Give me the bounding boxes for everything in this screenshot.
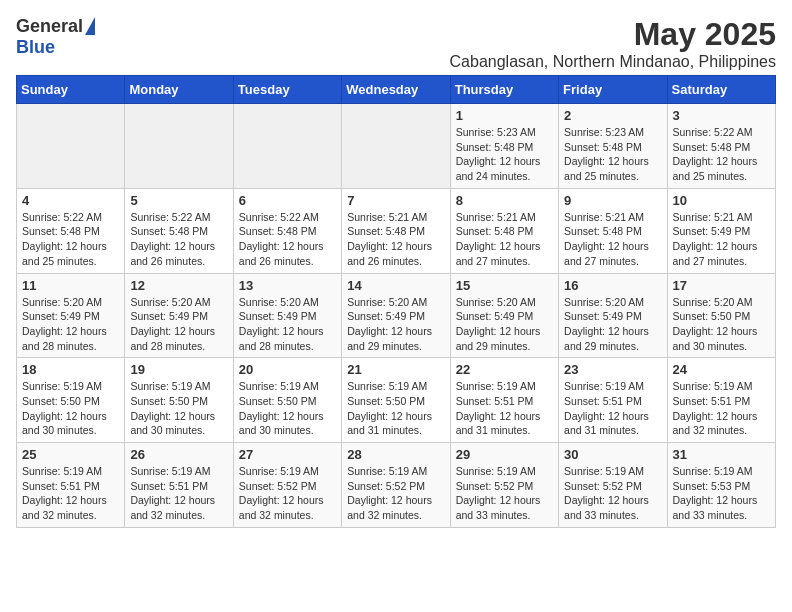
day-number: 15 bbox=[456, 278, 553, 293]
calendar-cell: 6Sunrise: 5:22 AM Sunset: 5:48 PM Daylig… bbox=[233, 188, 341, 273]
calendar-cell: 3Sunrise: 5:22 AM Sunset: 5:48 PM Daylig… bbox=[667, 104, 775, 189]
calendar-week-2: 4Sunrise: 5:22 AM Sunset: 5:48 PM Daylig… bbox=[17, 188, 776, 273]
calendar-week-3: 11Sunrise: 5:20 AM Sunset: 5:49 PM Dayli… bbox=[17, 273, 776, 358]
day-number: 25 bbox=[22, 447, 119, 462]
calendar-cell: 22Sunrise: 5:19 AM Sunset: 5:51 PM Dayli… bbox=[450, 358, 558, 443]
day-info: Sunrise: 5:20 AM Sunset: 5:49 PM Dayligh… bbox=[347, 295, 444, 354]
day-number: 2 bbox=[564, 108, 661, 123]
col-header-friday: Friday bbox=[559, 76, 667, 104]
title-block: May 2025 Cabanglasan, Northern Mindanao,… bbox=[450, 16, 776, 71]
day-info: Sunrise: 5:21 AM Sunset: 5:49 PM Dayligh… bbox=[673, 210, 770, 269]
day-info: Sunrise: 5:19 AM Sunset: 5:52 PM Dayligh… bbox=[456, 464, 553, 523]
calendar-cell: 17Sunrise: 5:20 AM Sunset: 5:50 PM Dayli… bbox=[667, 273, 775, 358]
day-info: Sunrise: 5:22 AM Sunset: 5:48 PM Dayligh… bbox=[130, 210, 227, 269]
calendar-cell: 29Sunrise: 5:19 AM Sunset: 5:52 PM Dayli… bbox=[450, 443, 558, 528]
calendar-cell: 4Sunrise: 5:22 AM Sunset: 5:48 PM Daylig… bbox=[17, 188, 125, 273]
day-number: 14 bbox=[347, 278, 444, 293]
calendar-cell: 10Sunrise: 5:21 AM Sunset: 5:49 PM Dayli… bbox=[667, 188, 775, 273]
day-number: 8 bbox=[456, 193, 553, 208]
day-info: Sunrise: 5:20 AM Sunset: 5:49 PM Dayligh… bbox=[22, 295, 119, 354]
day-info: Sunrise: 5:21 AM Sunset: 5:48 PM Dayligh… bbox=[456, 210, 553, 269]
calendar-week-1: 1Sunrise: 5:23 AM Sunset: 5:48 PM Daylig… bbox=[17, 104, 776, 189]
day-number: 29 bbox=[456, 447, 553, 462]
col-header-sunday: Sunday bbox=[17, 76, 125, 104]
calendar-cell bbox=[17, 104, 125, 189]
calendar-cell: 14Sunrise: 5:20 AM Sunset: 5:49 PM Dayli… bbox=[342, 273, 450, 358]
day-number: 6 bbox=[239, 193, 336, 208]
day-info: Sunrise: 5:19 AM Sunset: 5:50 PM Dayligh… bbox=[347, 379, 444, 438]
day-number: 31 bbox=[673, 447, 770, 462]
day-info: Sunrise: 5:19 AM Sunset: 5:50 PM Dayligh… bbox=[130, 379, 227, 438]
day-number: 30 bbox=[564, 447, 661, 462]
day-info: Sunrise: 5:19 AM Sunset: 5:51 PM Dayligh… bbox=[130, 464, 227, 523]
day-info: Sunrise: 5:19 AM Sunset: 5:51 PM Dayligh… bbox=[456, 379, 553, 438]
day-number: 11 bbox=[22, 278, 119, 293]
col-header-saturday: Saturday bbox=[667, 76, 775, 104]
day-number: 17 bbox=[673, 278, 770, 293]
calendar-cell: 1Sunrise: 5:23 AM Sunset: 5:48 PM Daylig… bbox=[450, 104, 558, 189]
calendar-cell: 23Sunrise: 5:19 AM Sunset: 5:51 PM Dayli… bbox=[559, 358, 667, 443]
subtitle: Cabanglasan, Northern Mindanao, Philippi… bbox=[450, 53, 776, 71]
main-title: May 2025 bbox=[450, 16, 776, 53]
calendar-cell: 9Sunrise: 5:21 AM Sunset: 5:48 PM Daylig… bbox=[559, 188, 667, 273]
day-number: 22 bbox=[456, 362, 553, 377]
day-number: 21 bbox=[347, 362, 444, 377]
day-number: 1 bbox=[456, 108, 553, 123]
day-info: Sunrise: 5:19 AM Sunset: 5:51 PM Dayligh… bbox=[564, 379, 661, 438]
calendar-cell: 24Sunrise: 5:19 AM Sunset: 5:51 PM Dayli… bbox=[667, 358, 775, 443]
calendar-cell: 27Sunrise: 5:19 AM Sunset: 5:52 PM Dayli… bbox=[233, 443, 341, 528]
day-info: Sunrise: 5:22 AM Sunset: 5:48 PM Dayligh… bbox=[239, 210, 336, 269]
col-header-thursday: Thursday bbox=[450, 76, 558, 104]
day-number: 3 bbox=[673, 108, 770, 123]
day-number: 24 bbox=[673, 362, 770, 377]
calendar-cell bbox=[233, 104, 341, 189]
day-number: 9 bbox=[564, 193, 661, 208]
calendar-cell bbox=[342, 104, 450, 189]
day-number: 16 bbox=[564, 278, 661, 293]
day-info: Sunrise: 5:23 AM Sunset: 5:48 PM Dayligh… bbox=[564, 125, 661, 184]
day-number: 20 bbox=[239, 362, 336, 377]
day-info: Sunrise: 5:19 AM Sunset: 5:50 PM Dayligh… bbox=[239, 379, 336, 438]
day-info: Sunrise: 5:19 AM Sunset: 5:53 PM Dayligh… bbox=[673, 464, 770, 523]
calendar-cell: 2Sunrise: 5:23 AM Sunset: 5:48 PM Daylig… bbox=[559, 104, 667, 189]
day-number: 10 bbox=[673, 193, 770, 208]
calendar-cell: 12Sunrise: 5:20 AM Sunset: 5:49 PM Dayli… bbox=[125, 273, 233, 358]
calendar-cell: 28Sunrise: 5:19 AM Sunset: 5:52 PM Dayli… bbox=[342, 443, 450, 528]
day-info: Sunrise: 5:20 AM Sunset: 5:50 PM Dayligh… bbox=[673, 295, 770, 354]
day-info: Sunrise: 5:20 AM Sunset: 5:49 PM Dayligh… bbox=[564, 295, 661, 354]
day-number: 18 bbox=[22, 362, 119, 377]
calendar-cell: 7Sunrise: 5:21 AM Sunset: 5:48 PM Daylig… bbox=[342, 188, 450, 273]
day-info: Sunrise: 5:19 AM Sunset: 5:50 PM Dayligh… bbox=[22, 379, 119, 438]
col-header-wednesday: Wednesday bbox=[342, 76, 450, 104]
day-info: Sunrise: 5:20 AM Sunset: 5:49 PM Dayligh… bbox=[456, 295, 553, 354]
calendar-cell: 15Sunrise: 5:20 AM Sunset: 5:49 PM Dayli… bbox=[450, 273, 558, 358]
day-number: 7 bbox=[347, 193, 444, 208]
calendar-cell: 8Sunrise: 5:21 AM Sunset: 5:48 PM Daylig… bbox=[450, 188, 558, 273]
calendar-cell: 19Sunrise: 5:19 AM Sunset: 5:50 PM Dayli… bbox=[125, 358, 233, 443]
day-number: 26 bbox=[130, 447, 227, 462]
calendar-cell: 25Sunrise: 5:19 AM Sunset: 5:51 PM Dayli… bbox=[17, 443, 125, 528]
day-number: 12 bbox=[130, 278, 227, 293]
day-info: Sunrise: 5:21 AM Sunset: 5:48 PM Dayligh… bbox=[347, 210, 444, 269]
col-header-monday: Monday bbox=[125, 76, 233, 104]
calendar-cell: 30Sunrise: 5:19 AM Sunset: 5:52 PM Dayli… bbox=[559, 443, 667, 528]
logo: General Blue bbox=[16, 16, 95, 58]
calendar-cell: 16Sunrise: 5:20 AM Sunset: 5:49 PM Dayli… bbox=[559, 273, 667, 358]
page-header: General Blue May 2025 Cabanglasan, North… bbox=[16, 16, 776, 71]
day-info: Sunrise: 5:20 AM Sunset: 5:49 PM Dayligh… bbox=[239, 295, 336, 354]
day-info: Sunrise: 5:23 AM Sunset: 5:48 PM Dayligh… bbox=[456, 125, 553, 184]
day-number: 27 bbox=[239, 447, 336, 462]
day-info: Sunrise: 5:22 AM Sunset: 5:48 PM Dayligh… bbox=[673, 125, 770, 184]
calendar-cell: 11Sunrise: 5:20 AM Sunset: 5:49 PM Dayli… bbox=[17, 273, 125, 358]
day-number: 23 bbox=[564, 362, 661, 377]
day-info: Sunrise: 5:19 AM Sunset: 5:51 PM Dayligh… bbox=[673, 379, 770, 438]
logo-icon bbox=[85, 17, 95, 35]
calendar-cell: 21Sunrise: 5:19 AM Sunset: 5:50 PM Dayli… bbox=[342, 358, 450, 443]
day-info: Sunrise: 5:19 AM Sunset: 5:52 PM Dayligh… bbox=[564, 464, 661, 523]
day-number: 13 bbox=[239, 278, 336, 293]
calendar-header-row: SundayMondayTuesdayWednesdayThursdayFrid… bbox=[17, 76, 776, 104]
day-number: 28 bbox=[347, 447, 444, 462]
day-info: Sunrise: 5:19 AM Sunset: 5:52 PM Dayligh… bbox=[347, 464, 444, 523]
day-info: Sunrise: 5:22 AM Sunset: 5:48 PM Dayligh… bbox=[22, 210, 119, 269]
calendar-cell: 26Sunrise: 5:19 AM Sunset: 5:51 PM Dayli… bbox=[125, 443, 233, 528]
